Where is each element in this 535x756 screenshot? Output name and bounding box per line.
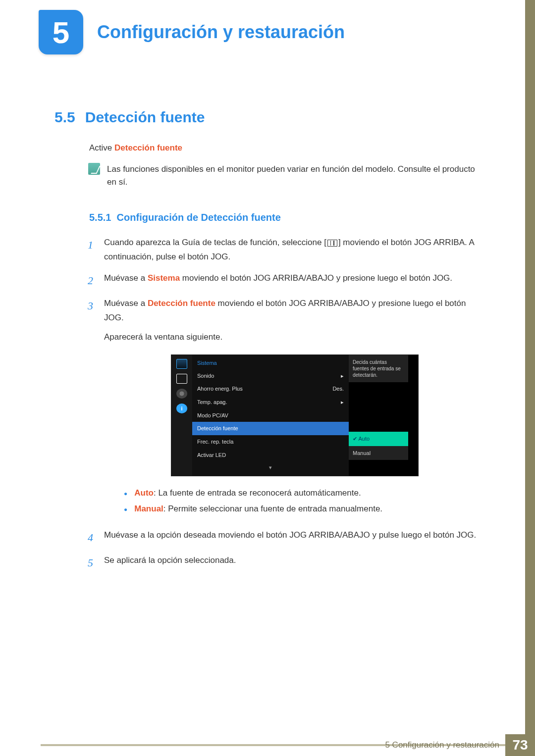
osd-submenu: Auto Manual xyxy=(349,432,408,460)
chevron-right-icon: ▸ xyxy=(341,371,344,381)
chevron-down-icon: ▾ xyxy=(192,461,349,474)
step2-text-a: Muévase a xyxy=(104,273,148,283)
osd-item-label: Modo PC/AV xyxy=(197,411,228,420)
step-body: Se aplicará la opción seleccionada. xyxy=(104,554,485,572)
page-footer: 5 Configuración y restauración 73 xyxy=(0,734,535,756)
step3-text-a: Muévase a xyxy=(104,299,148,308)
osd-item-ahorro: Ahorro energ. PlusDes. xyxy=(192,382,349,396)
note-block: Las funciones disponibles en el monitor … xyxy=(88,163,485,188)
step-5: 5 Se aplicará la opción seleccionada. xyxy=(84,554,485,572)
osd-item-label: Activar LED xyxy=(197,451,226,460)
step-number: 3 xyxy=(84,297,93,521)
bullet-auto: ● Auto: La fuente de entrada se reconoce… xyxy=(124,485,485,501)
chapter-header: 5 Configuración y restauración xyxy=(0,0,535,54)
intro-line: Active Detección fuente xyxy=(89,143,485,153)
footer-breadcrumb: 5 Configuración y restauración xyxy=(385,734,505,756)
section-number: 5.5 xyxy=(54,109,75,126)
step-number: 5 xyxy=(84,554,93,572)
osd-screenshot: i Sistema Sonido▸ Ahorro energ. PlusDes.… xyxy=(171,354,419,476)
osd-item-deteccion-selected: Detección fuente xyxy=(192,422,349,435)
osd-item-label: Frec. rep. tecla xyxy=(197,437,233,447)
osd-item-value: Des. xyxy=(332,384,344,394)
osd-item-label: Detección fuente xyxy=(197,424,238,433)
gear-icon xyxy=(176,389,187,399)
monitor-icon xyxy=(176,359,187,369)
bullet-manual-label: Manual xyxy=(134,504,163,513)
note-icon xyxy=(88,163,100,175)
subsection-title: Configuración de Detección fuente xyxy=(117,212,281,223)
menu-icon xyxy=(327,240,337,247)
step-1: 1 Cuando aparezca la Guía de teclas de f… xyxy=(84,236,485,264)
bullet-auto-text: : La fuente de entrada se reconocerá aut… xyxy=(154,488,361,498)
step3-highlight: Detección fuente xyxy=(148,299,215,308)
bullet-dot-icon: ● xyxy=(124,485,127,501)
step-body: Muévase a la opción deseada moviendo el … xyxy=(104,528,485,547)
step-body: Cuando aparezca la Guía de teclas de fun… xyxy=(104,236,485,264)
screen-icon xyxy=(176,374,187,384)
subsection-number: 5.5.1 xyxy=(89,212,111,223)
bullet-auto-label: Auto xyxy=(134,488,154,498)
side-stripe xyxy=(525,0,535,756)
chapter-number-badge: 5 xyxy=(39,10,83,54)
bullet-manual-text: : Permite seleccionar una fuente de entr… xyxy=(163,504,382,513)
osd-item-label: Temp. apag. xyxy=(197,398,227,407)
step-list: 1 Cuando aparezca la Guía de teclas de f… xyxy=(84,236,485,572)
step3-text-c: Aparecerá la ventana siguiente. xyxy=(104,330,485,345)
osd-item-modo: Modo PC/AV xyxy=(192,409,349,422)
osd-right-panel: Decida cuántas fuentes de entrada se det… xyxy=(349,355,418,476)
step2-highlight: Sistema xyxy=(148,273,180,283)
section-title: Detección fuente xyxy=(85,109,205,126)
info-icon: i xyxy=(176,403,187,413)
step-3: 3 Muévase a Detección fuente moviendo el… xyxy=(84,297,485,521)
note-text: Las funciones disponibles en el monitor … xyxy=(107,163,485,188)
intro-prefix: Active xyxy=(89,143,114,152)
chevron-right-icon: ▸ xyxy=(341,398,344,407)
bullet-manual: ● Manual: Permite seleccionar una fuente… xyxy=(124,501,485,517)
step-number: 1 xyxy=(84,236,93,264)
osd-menu-list: Sistema Sonido▸ Ahorro energ. PlusDes. T… xyxy=(192,355,349,476)
step-number: 2 xyxy=(84,271,93,290)
osd-item-label: Sonido xyxy=(197,371,214,381)
step1-text-a: Cuando aparezca la Guía de teclas de fun… xyxy=(104,238,326,247)
osd-item-led: Activar LED xyxy=(192,449,349,462)
step-2: 2 Muévase a Sistema moviendo el botón JO… xyxy=(84,271,485,290)
option-bullets: ● Auto: La fuente de entrada se reconoce… xyxy=(124,485,485,517)
osd-sidebar: i xyxy=(171,355,192,476)
osd-item-label: Ahorro energ. Plus xyxy=(197,384,243,394)
subsection-heading: 5.5.1 Configuración de Detección fuente xyxy=(89,212,485,223)
osd-item-frec: Frec. rep. tecla xyxy=(192,435,349,449)
step-body: Muévase a Sistema moviendo el botón JOG … xyxy=(104,271,485,290)
osd-submenu-manual: Manual xyxy=(349,446,408,460)
chapter-title: Configuración y restauración xyxy=(97,22,345,43)
bullet-dot-icon: ● xyxy=(124,501,127,517)
step-body: Muévase a Detección fuente moviendo el b… xyxy=(104,297,485,521)
step-4: 4 Muévase a la opción deseada moviendo e… xyxy=(84,528,485,547)
section-heading: 5.5 Detección fuente xyxy=(54,109,485,126)
osd-item-sonido: Sonido▸ xyxy=(192,369,349,383)
step-number: 4 xyxy=(84,528,93,547)
osd-hint-text: Decida cuántas fuentes de entrada se det… xyxy=(349,355,408,382)
footer-page-number: 73 xyxy=(505,734,535,756)
intro-highlight: Detección fuente xyxy=(114,143,182,152)
osd-item-temp: Temp. apag.▸ xyxy=(192,396,349,409)
step2-text-b: moviendo el botón JOG ARRIBA/ABAJO y pre… xyxy=(180,273,452,283)
osd-submenu-auto-selected: Auto xyxy=(349,432,408,446)
osd-category: Sistema xyxy=(192,357,349,369)
